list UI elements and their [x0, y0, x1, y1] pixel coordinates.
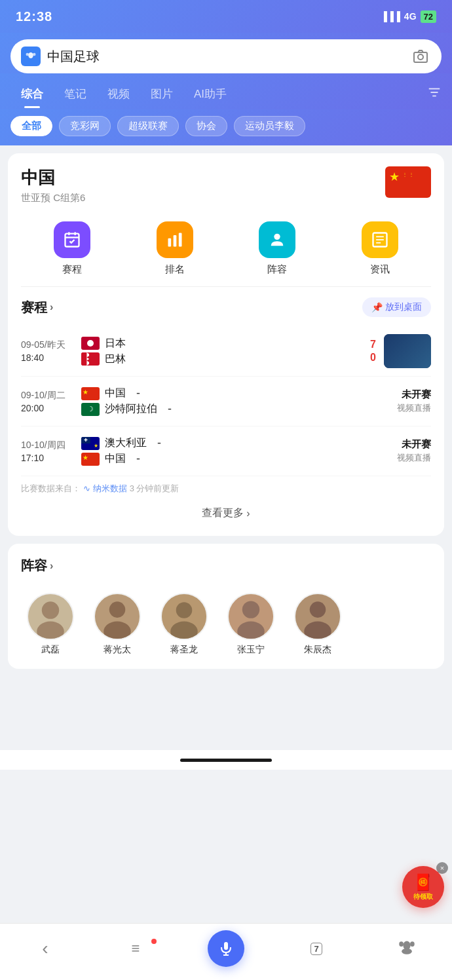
status-time: 12:38	[16, 9, 52, 24]
team-header: 中国 世亚预 C组第6	[21, 166, 431, 204]
china-flag	[385, 166, 431, 198]
tab-ai助手[interactable]: AI助手	[183, 81, 237, 108]
tab-图片[interactable]: 图片	[140, 81, 183, 108]
match-teams-3: ✚ ★ 澳大利亚 - 中国 -	[81, 434, 377, 468]
mic-button[interactable]	[206, 930, 246, 967]
camera-icon[interactable]	[410, 46, 431, 67]
back-icon: ‹	[42, 938, 48, 959]
team2-name-1: 巴林	[105, 352, 126, 366]
bahrain-flag	[81, 352, 100, 366]
match-thumbnail-1[interactable]: ▶	[384, 334, 431, 368]
japan-flag	[81, 337, 100, 350]
svg-point-2	[33, 53, 36, 56]
match-hour-3: 17:10	[21, 453, 73, 463]
team-name: 中国	[21, 166, 85, 189]
chip-全部[interactable]: 全部	[10, 116, 52, 136]
quick-icon-schedule[interactable]: 赛程	[54, 221, 90, 276]
team-row-china-3: 中国 -	[81, 452, 377, 466]
chevron-right-icon: ›	[246, 508, 250, 519]
svg-point-1	[26, 53, 29, 56]
tab-综合[interactable]: 综合	[10, 81, 54, 108]
match-date-3: 10-10/周四	[21, 440, 73, 451]
tabs-button[interactable]: 7	[297, 943, 336, 955]
match-time-3: 10-10/周四 17:10	[21, 440, 73, 463]
tab-视频[interactable]: 视频	[97, 81, 140, 108]
team-subtitle: 世亚预 C组第6	[21, 192, 85, 204]
player-蒋光太[interactable]: 蒋光太	[88, 593, 147, 656]
quick-icon-lineup[interactable]: 阵容	[259, 221, 295, 276]
player-张玉宁[interactable]: 张玉宁	[221, 593, 280, 656]
baidu-nav-button[interactable]	[387, 937, 426, 960]
team-row-japan: 日本	[81, 337, 362, 350]
score2-2: -	[168, 402, 172, 416]
match-row-3[interactable]: 10-10/周四 17:10 ✚ ★ 澳大利亚 - 中国	[21, 426, 431, 476]
team2-name-3: 中国	[105, 452, 126, 466]
svg-rect-35	[224, 942, 228, 950]
team-card: 中国 世亚预 C组第6 赛程	[8, 153, 444, 536]
status-live-3: 视频直播	[385, 452, 431, 464]
score1-2: -	[136, 386, 140, 400]
data-source: 比赛数据来自： ∿ 纳米数据 3 分钟前更新	[21, 476, 431, 497]
lineup-chevron[interactable]: ›	[50, 560, 53, 572]
filter-chips: 全部 竞彩网 超级联赛 协会 运动员李毅	[0, 109, 452, 145]
svg-point-15	[274, 234, 280, 240]
schedule-section-header: 赛程 › 📌 放到桌面	[21, 297, 431, 317]
match-date-1: 09-05/昨天	[21, 339, 73, 351]
svg-point-41	[402, 949, 412, 954]
status-bar: 12:38 ▐▐▐ 4G 72	[0, 0, 452, 33]
player-avatar-3	[227, 593, 274, 640]
score1-3: -	[157, 436, 161, 450]
lineup-label: 阵容	[267, 263, 287, 276]
team2-name-2: 沙特阿拉伯	[105, 402, 157, 416]
search-area: 中国足球	[0, 33, 452, 73]
menu-button[interactable]: ≡	[116, 940, 155, 957]
player-蒋圣龙[interactable]: 蒋圣龙	[155, 593, 214, 656]
status-live-2: 视频直播	[385, 402, 431, 414]
score-display-1: 7 0	[370, 339, 376, 364]
player-武磊[interactable]: 武磊	[21, 593, 80, 656]
match-hour-2: 20:00	[21, 403, 73, 413]
player-朱辰杰[interactable]: 朱辰杰	[288, 593, 347, 656]
player-name-1: 蒋光太	[104, 644, 131, 656]
player-avatar-2	[160, 593, 208, 640]
chip-协会[interactable]: 协会	[185, 116, 227, 136]
match-teams-2: 中国 - 沙特阿拉伯 -	[81, 385, 377, 418]
schedule-chevron[interactable]: ›	[50, 301, 53, 313]
quick-icon-ranking[interactable]: 排名	[157, 221, 193, 276]
quick-icon-news[interactable]: 资讯	[362, 221, 398, 276]
chip-超级联赛[interactable]: 超级联赛	[117, 116, 179, 136]
china-flag-2	[81, 387, 100, 400]
baidu-logo	[21, 47, 41, 66]
player-name-3: 张玉宁	[237, 644, 265, 656]
svg-point-4	[418, 54, 423, 60]
desktop-button[interactable]: 📌 放到桌面	[362, 297, 431, 317]
svg-point-40	[410, 941, 415, 947]
float-widget: × 🧧 待领取	[402, 866, 444, 908]
lineup-section-header: 阵容 ›	[21, 557, 431, 575]
match-row-2[interactable]: 09-10/周二 20:00 中国 - 沙特阿拉伯 - 未开赛 视频直播	[21, 377, 431, 426]
tab-笔记[interactable]: 笔记	[54, 81, 97, 108]
svg-point-33	[310, 601, 326, 618]
main-content: 中国 世亚预 C组第6 赛程	[0, 145, 452, 685]
score2-1: 0	[370, 352, 376, 364]
match-row-1[interactable]: 09-05/昨天 18:40 日本 巴林	[21, 326, 431, 377]
match-status-2: 未开赛 视频直播	[385, 388, 431, 414]
team1-name-2: 中国	[105, 386, 126, 400]
home-bar	[180, 759, 272, 762]
search-bar[interactable]: 中国足球	[10, 39, 442, 73]
tab-count[interactable]: 7	[311, 943, 322, 955]
chip-竞彩网[interactable]: 竞彩网	[59, 116, 111, 136]
search-query[interactable]: 中国足球	[47, 48, 404, 66]
match-time-2: 09-10/周二 20:00	[21, 390, 73, 413]
filter-icon[interactable]	[422, 80, 442, 109]
float-close-button[interactable]: ×	[436, 862, 448, 874]
back-button[interactable]: ‹	[26, 938, 65, 959]
bottom-navigation: ‹ ≡ 7	[0, 923, 452, 980]
mic-circle[interactable]	[208, 930, 244, 967]
player-avatar-0	[27, 593, 74, 640]
status-icons: ▐▐▐ 4G 72	[381, 10, 436, 23]
team1-name-1: 日本	[105, 337, 126, 350]
view-more-button[interactable]: 查看更多 ›	[21, 497, 431, 523]
network-type: 4G	[404, 11, 417, 22]
chip-运动员李毅[interactable]: 运动员李毅	[234, 116, 305, 136]
